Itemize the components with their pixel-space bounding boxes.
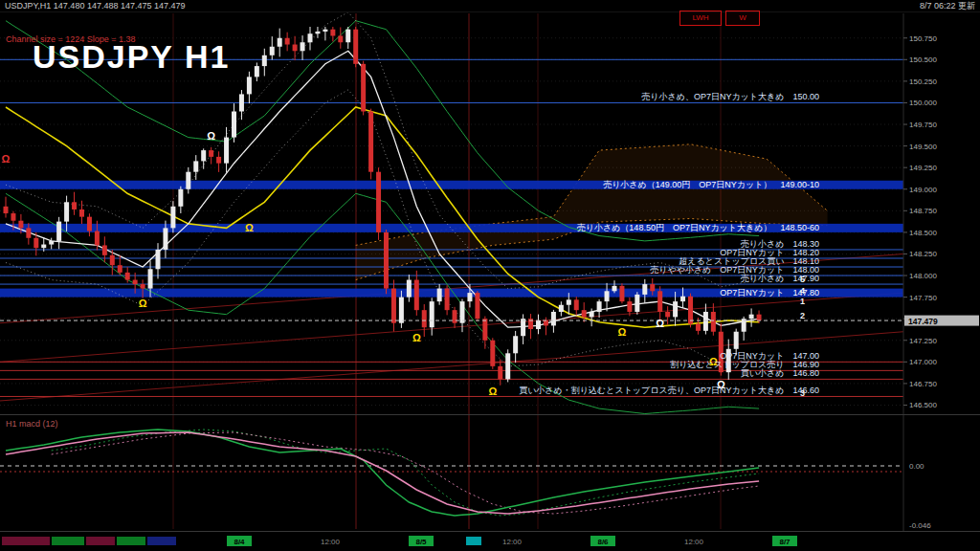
svg-text:0.00: 0.00 [909,462,924,471]
svg-text:147.479: 147.479 [908,317,938,326]
price-axis: 150.750150.500150.250150.000149.750149.5… [903,13,979,531]
svg-text:-0.046: -0.046 [909,521,931,530]
svg-text:Ω: Ω [618,326,627,338]
trading-chart-window: ΩΩΩΩΩΩΩΩΩΩ売り小さめ、OP7日NYカット大きめ 150.00売り小さめ… [0,0,980,551]
svg-text:8/6: 8/6 [597,538,609,546]
channel-info-label: Channel size = 1224 Slope = 1.38 [6,34,136,44]
svg-text:買い小さめ・割り込むとストップロス売り、OP7日NYカット大: 買い小さめ・割り込むとストップロス売り、OP7日NYカット大きめ 146.60 [519,386,819,395]
svg-text:2: 2 [800,311,805,320]
svg-text:148.000: 148.000 [909,272,937,280]
svg-text:147.000: 147.000 [909,358,937,366]
svg-text:8/4: 8/4 [234,538,245,546]
svg-text:12:00: 12:00 [321,538,341,546]
svg-text:148.750: 148.750 [909,207,937,215]
svg-text:149.750: 149.750 [909,121,937,129]
svg-text:12:00: 12:00 [502,538,523,546]
svg-text:Ω: Ω [139,298,147,309]
w-marker-box[interactable]: W [725,11,760,26]
svg-text:150.500: 150.500 [909,55,937,64]
svg-text:146.750: 146.750 [909,380,937,388]
update-time: 8/7 06:22 更新 [920,0,975,12]
svg-text:売り小さめ 147.90: 売り小さめ 147.90 [741,274,819,283]
svg-text:Ω: Ω [2,153,11,165]
svg-text:148.250: 148.250 [909,250,937,258]
svg-text:8/7: 8/7 [779,538,791,546]
symbol-quote: USDJPY,H1 147.480 147.488 147.475 147.47… [5,1,186,11]
chart-canvas[interactable]: ΩΩΩΩΩΩΩΩΩΩ売り小さめ、OP7日NYカット大きめ 150.00売り小さめ… [0,0,980,551]
header-bar: USDJPY,H1 147.480 147.488 147.475 147.47… [0,0,980,12]
svg-text:売り小さめ、OP7日NYカット大きめ 150.00: 売り小さめ、OP7日NYカット大きめ 150.00 [641,92,819,101]
macd-indicator-label: H1 macd (12) [6,419,58,429]
svg-text:Ω: Ω [412,332,421,343]
svg-text:147.250: 147.250 [909,337,937,345]
svg-text:Ω: Ω [656,318,664,329]
svg-text:売り小さめ（148.50円 OP7日NYカット大きめ） 14: 売り小さめ（148.50円 OP7日NYカット大きめ） 148.50-60 [577,223,819,232]
svg-text:149.250: 149.250 [909,164,937,172]
macd-panel: 0.00-0.046 [0,415,980,532]
svg-text:5: 5 [800,275,805,284]
lwh-marker-box[interactable]: LWH [679,11,722,26]
svg-text:買い小さめ 146.80: 買い小さめ 146.80 [741,368,819,378]
svg-text:147.750: 147.750 [909,294,937,302]
svg-text:150.250: 150.250 [909,77,937,86]
svg-text:12:00: 12:00 [684,538,704,546]
svg-text:148.500: 148.500 [909,229,937,237]
svg-text:Ω: Ω [488,386,497,397]
svg-text:3: 3 [800,388,805,398]
svg-text:150.000: 150.000 [909,99,937,107]
svg-text:1: 1 [800,297,805,306]
svg-text:Ω: Ω [245,222,254,233]
svg-text:149.000: 149.000 [909,186,937,194]
svg-text:149.500: 149.500 [909,143,937,151]
annotations-layer: 売り小さめ、OP7日NYカット大きめ 150.00売り小さめ 148.30OP7… [519,92,819,397]
svg-text:売り小さめ（149.00円 OP7日NYカット） 149.0: 売り小さめ（149.00円 OP7日NYカット） 149.00-10 [603,180,819,189]
svg-text:8/5: 8/5 [415,538,427,546]
time-axis: 12:0012:0012:008/48/58/68/7 [2,536,797,546]
svg-text:4: 4 [800,286,805,296]
svg-text:150.750: 150.750 [909,34,937,43]
svg-text:146.500: 146.500 [909,401,937,409]
svg-text:Ω: Ω [207,130,215,142]
